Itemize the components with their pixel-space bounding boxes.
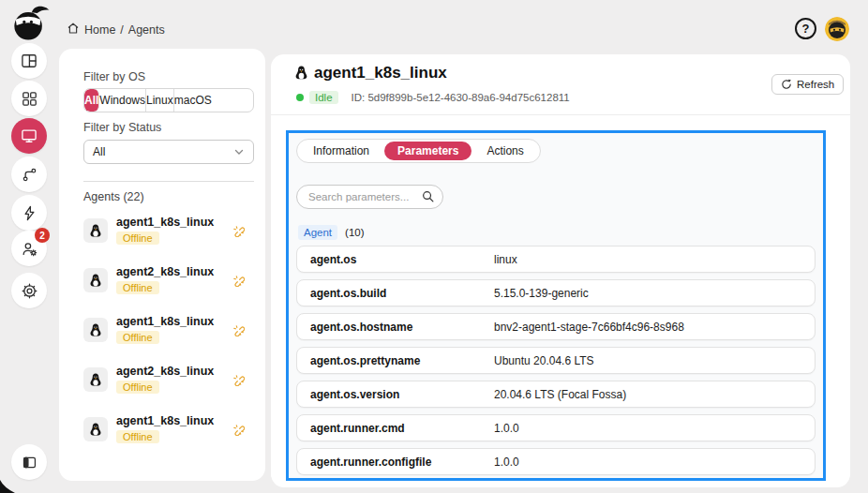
link-off-icon (232, 224, 245, 241)
os-filter-segmented: All Windows Linux macOS (83, 88, 254, 112)
breadcrumb-home[interactable]: Home (84, 23, 115, 37)
os-filter-option[interactable]: Windows (99, 89, 146, 112)
ninja-logo (10, 5, 50, 42)
parameter-row: agent.os.version 20.04.6 LTS (Focal Foss… (296, 381, 816, 408)
refresh-icon (781, 79, 792, 90)
agent-list-item[interactable]: agent2_k8s_linux Offline (83, 362, 245, 401)
parameter-value: bnv2-agent1-stage-7c66bf4c96-8s968 (494, 321, 684, 334)
search-icon (422, 190, 434, 202)
parameter-row: agent.runner.configfile 1.0.0 (296, 448, 816, 475)
parameter-value: 1.0.0 (494, 456, 519, 469)
status-filter-select[interactable]: All (83, 140, 254, 164)
apps-grid-icon[interactable] (11, 81, 47, 116)
agent-list: agent1_k8s_linux Offline (83, 213, 245, 461)
refresh-label: Refresh (797, 79, 834, 90)
mouse-cursor (0, 480, 15, 493)
parameter-value: 5.15.0-139-generic (494, 287, 589, 300)
linux-penguin-icon (83, 318, 108, 342)
parameter-value: 20.04.6 LTS (Focal Fossa) (494, 388, 626, 401)
breadcrumb-separator: / (120, 23, 123, 37)
highlighted-content-region: Information Parameters Actions Agent (10… (286, 130, 826, 481)
agent-id-text: ID: 5d9f899b-5e12-4630-89a6-94d75c612811 (352, 92, 570, 103)
tab[interactable]: Parameters (384, 142, 471, 160)
linux-penguin-icon (83, 417, 108, 441)
user-avatar[interactable] (825, 17, 849, 41)
filter-os-label: Filter by OS (83, 70, 145, 83)
notification-badge: 2 (35, 228, 50, 243)
os-filter-option[interactable]: Linux (146, 89, 174, 112)
tab[interactable]: Information (300, 142, 382, 160)
parameter-key: agent.os.prettyname (310, 354, 494, 367)
parameter-row: agent.os linux (296, 246, 816, 273)
user-gear-icon[interactable]: 2 (11, 231, 47, 266)
agent-name: agent2_k8s_linux (116, 365, 214, 378)
parameter-key: agent.runner.configfile (310, 456, 494, 469)
parameter-key: agent.os.build (310, 287, 494, 300)
filter-sidebar: Filter by OS All Windows Linux macOS Fil… (59, 49, 265, 481)
os-filter-option[interactable]: All (84, 89, 99, 112)
parameter-key: agent.runner.cmd (310, 422, 494, 435)
search-parameters (296, 185, 443, 209)
lightning-icon[interactable] (11, 195, 47, 231)
parameter-row: agent.os.hostname bnv2-agent1-stage-7c66… (296, 313, 816, 340)
linux-penguin-icon (83, 268, 108, 292)
parameter-row: agent.os.build 5.15.0-139-generic (296, 279, 816, 306)
linux-penguin-icon (83, 367, 108, 392)
agent-name: agent1_k8s_linux (116, 414, 214, 427)
agent-name: agent1_k8s_linux (116, 216, 214, 229)
app-window: 2 Home / Agents ? (0, 0, 868, 493)
parameter-row: agent.runner.cmd 1.0.0 (296, 414, 816, 441)
agent-list-item[interactable]: agent1_k8s_linux Offline (83, 213, 245, 252)
parameter-key: agent.os.hostname (310, 321, 494, 334)
collapse-sidebar-icon[interactable] (11, 444, 47, 480)
filter-status-label: Filter by Status (83, 121, 161, 134)
layout-icon[interactable] (11, 43, 47, 79)
parameter-value: 1.0.0 (494, 422, 519, 435)
monitor-icon[interactable] (11, 118, 47, 154)
agent-status-badge: Offline (116, 331, 159, 344)
settings-gear-icon[interactable] (11, 273, 47, 308)
agent-status-badge: Offline (116, 232, 159, 245)
agent-name: agent1_k8s_linux (116, 315, 214, 328)
parameter-row: agent.os.prettyname Ubuntu 20.04.6 LTS (296, 347, 816, 374)
agent-list-item[interactable]: agent1_k8s_linux Offline (83, 312, 245, 351)
status-dot (296, 94, 304, 101)
divider (271, 114, 850, 115)
linux-penguin-icon (83, 218, 108, 243)
breadcrumb-current: Agents (128, 23, 165, 37)
git-branch-icon[interactable] (11, 157, 47, 192)
status-filter-value: All (93, 145, 105, 158)
parameter-table: agent.os linux agent.os.build 5.15.0-139… (296, 246, 816, 482)
chevron-down-icon (233, 146, 245, 157)
link-off-icon (232, 373, 245, 390)
link-off-icon (232, 274, 245, 291)
icon-rail: 2 (0, 0, 58, 493)
parameter-group-count: (10) (345, 227, 364, 238)
help-button[interactable]: ? (795, 18, 816, 39)
parameter-group-chip[interactable]: Agent (298, 225, 337, 240)
linux-penguin-icon (293, 65, 309, 84)
agent-name: agent2_k8s_linux (116, 265, 214, 278)
agent-status-badge: Offline (116, 281, 159, 294)
page-title: agent1_k8s_linux (314, 64, 447, 82)
tab[interactable]: Actions (473, 142, 536, 160)
agent-list-item[interactable]: agent2_k8s_linux Offline (83, 262, 245, 302)
home-icon (67, 22, 80, 37)
breadcrumb: Home / Agents (67, 22, 165, 37)
status-badge: Idle (309, 91, 338, 104)
agent-status-badge: Offline (116, 381, 159, 394)
os-filter-option[interactable]: macOS (174, 89, 212, 112)
link-off-icon (232, 323, 245, 340)
refresh-button[interactable]: Refresh (771, 74, 844, 95)
divider (83, 181, 254, 182)
tab-bar: Information Parameters Actions (296, 139, 541, 163)
parameter-key: agent.os (310, 253, 494, 266)
agent-detail-panel: agent1_k8s_linux Idle ID: 5d9f899b-5e12-… (271, 54, 850, 487)
agent-list-item[interactable]: agent1_k8s_linux Offline (83, 411, 245, 451)
parameter-value: Ubuntu 20.04.6 LTS (494, 354, 594, 367)
agents-heading: Agents (22) (83, 190, 144, 203)
link-off-icon (232, 423, 245, 440)
parameter-value: linux (494, 253, 517, 266)
parameter-key: agent.os.version (310, 388, 494, 401)
agent-status-badge: Offline (116, 430, 159, 443)
